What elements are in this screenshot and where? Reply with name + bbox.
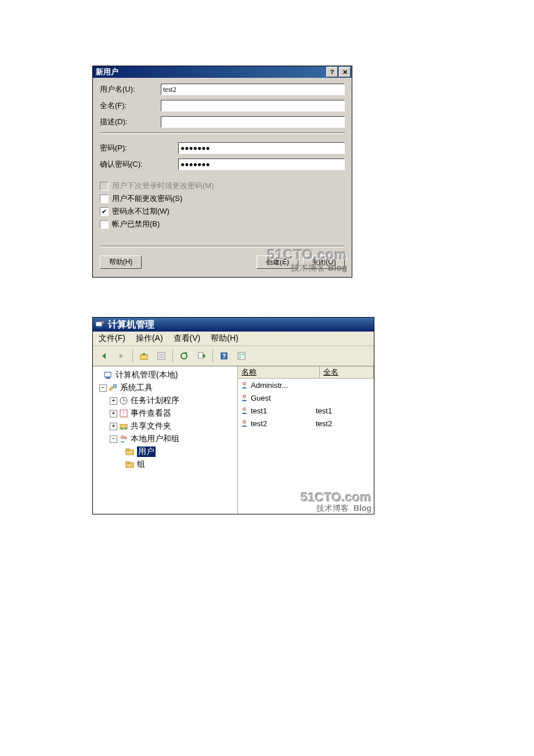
tree-pane[interactable]: 计算机管理(本地) − 系统工具 + 任务计划程序 + ! 事件查看器 + 共享…	[93, 366, 238, 514]
toolbar-divider-3	[212, 349, 213, 363]
svg-rect-13	[239, 354, 241, 355]
create-button[interactable]: 创建(E)	[257, 255, 298, 269]
help-button[interactable]: 帮助(H)	[100, 255, 142, 269]
tree-groups[interactable]: 组	[137, 459, 145, 470]
svg-point-35	[243, 408, 246, 411]
confirm-password-input[interactable]	[178, 159, 345, 170]
user-icon	[240, 419, 248, 427]
svg-rect-30	[126, 449, 129, 451]
tree-users[interactable]: 用户	[137, 447, 156, 457]
svg-rect-17	[106, 377, 110, 379]
tools-icon	[109, 383, 118, 393]
svg-point-36	[243, 420, 246, 423]
separator-2	[100, 246, 345, 247]
password-input[interactable]	[178, 142, 345, 154]
expand-icon-2[interactable]: +	[110, 410, 117, 417]
row-name: test2	[251, 419, 267, 428]
watermark2-blog: Blog	[353, 503, 371, 513]
svg-rect-3	[140, 355, 147, 359]
event-viewer-icon: !	[119, 409, 128, 418]
list-item[interactable]: Administr...	[238, 379, 374, 391]
confirm-password-label: 确认密码(C):	[100, 159, 178, 170]
list-header: 名称 全名	[238, 366, 374, 379]
nav-back-button[interactable]	[96, 348, 111, 363]
svg-point-28	[124, 437, 127, 439]
row-fullname: test2	[316, 419, 374, 428]
collapse-icon-2[interactable]: −	[110, 435, 117, 443]
tree-root[interactable]: 计算机管理(本地)	[116, 370, 178, 380]
computer-management-icon	[95, 320, 104, 329]
nav-forward-button[interactable]	[114, 348, 129, 363]
watermark-2: 51CTO.com 技术博客 Blog	[301, 491, 371, 513]
shared-folders-icon	[119, 422, 128, 431]
menu-help[interactable]: 帮助(H)	[211, 333, 238, 344]
description-label: 描述(D):	[100, 117, 161, 127]
close-button[interactable]: 关闭(O)	[303, 255, 345, 269]
svg-rect-1	[97, 327, 102, 328]
toolbar-divider	[132, 349, 133, 363]
expand-icon-3[interactable]: +	[110, 423, 117, 430]
must-change-checkbox	[100, 182, 109, 190]
cannot-change-checkbox[interactable]	[100, 195, 109, 203]
computer-icon	[104, 370, 113, 380]
menubar: 文件(F) 操作(A) 查看(V) 帮助(H)	[93, 332, 374, 346]
refresh-button[interactable]	[176, 348, 192, 363]
col-fullname[interactable]: 全名	[320, 366, 374, 378]
row-name: Guest	[251, 394, 271, 402]
title-close-button[interactable]: ✕	[339, 67, 351, 77]
user-icon	[240, 406, 248, 415]
list-item[interactable]: Guest	[238, 391, 374, 404]
svg-rect-32	[126, 462, 129, 463]
description-input[interactable]	[161, 116, 345, 128]
help-toolbar-button[interactable]: ?	[217, 348, 232, 363]
folder-icon	[125, 447, 135, 456]
collapse-icon[interactable]: −	[99, 384, 107, 392]
menu-action[interactable]: 操作(A)	[136, 333, 163, 344]
user-icon	[240, 381, 248, 389]
titlebar[interactable]: 新用户 ? ✕	[93, 66, 352, 78]
up-folder-button[interactable]	[136, 348, 151, 363]
export-button[interactable]	[194, 348, 209, 363]
username-input[interactable]	[161, 84, 345, 95]
svg-rect-15	[239, 357, 241, 358]
tree-local-users-groups[interactable]: 本地用户和组	[131, 434, 179, 444]
expand-icon[interactable]: +	[110, 397, 117, 405]
tree-event-viewer[interactable]: 事件查看器	[131, 408, 171, 419]
list-item[interactable]: test1test1	[238, 404, 374, 417]
mmc-title: 计算机管理	[108, 319, 154, 331]
list-item[interactable]: test2test2	[238, 417, 374, 430]
cannot-change-label: 用户不能更改密码(S)	[112, 193, 182, 204]
toolbar-divider-2	[172, 349, 173, 363]
svg-point-2	[102, 321, 104, 324]
svg-point-26	[124, 427, 127, 430]
row-name: test1	[251, 406, 267, 415]
username-label: 用户名(U):	[100, 84, 161, 95]
users-groups-icon	[119, 434, 128, 444]
tree-task-scheduler[interactable]: 任务计划程序	[131, 395, 179, 406]
user-icon	[240, 394, 248, 402]
new-user-dialog: 新用户 ? ✕ 用户名(U): 全名(F): 描述(D): 密码(P): 确认密…	[92, 66, 352, 278]
watermark2-line1: 51CTO.com	[301, 491, 371, 504]
tree-shared-folders[interactable]: 共享文件夹	[131, 421, 171, 431]
clock-icon	[119, 396, 128, 405]
tree-system-tools[interactable]: 系统工具	[120, 383, 153, 393]
title-help-button[interactable]: ?	[326, 67, 338, 77]
menu-view[interactable]: 查看(V)	[174, 333, 201, 344]
list-pane[interactable]: 名称 全名 Administr...Guesttest1test1test2te…	[238, 366, 374, 514]
mmc-titlebar[interactable]: 计算机管理	[93, 318, 374, 332]
computer-management-window: 计算机管理 文件(F) 操作(A) 查看(V) 帮助(H) ? 计算机管理(本地…	[92, 317, 374, 514]
menu-file[interactable]: 文件(F)	[99, 333, 125, 344]
svg-text:!: !	[123, 411, 125, 417]
svg-point-34	[243, 395, 246, 398]
fullname-input[interactable]	[161, 100, 345, 111]
svg-point-33	[243, 382, 246, 385]
svg-rect-12	[238, 352, 245, 359]
account-disabled-checkbox[interactable]	[100, 220, 109, 229]
row-name: Administr...	[251, 381, 288, 390]
svg-point-25	[121, 427, 123, 430]
properties-button[interactable]	[154, 348, 169, 363]
view-options-button[interactable]	[234, 348, 249, 363]
svg-point-8	[181, 353, 187, 359]
col-name[interactable]: 名称	[238, 366, 320, 378]
never-expires-checkbox[interactable]: ✔	[100, 207, 109, 216]
